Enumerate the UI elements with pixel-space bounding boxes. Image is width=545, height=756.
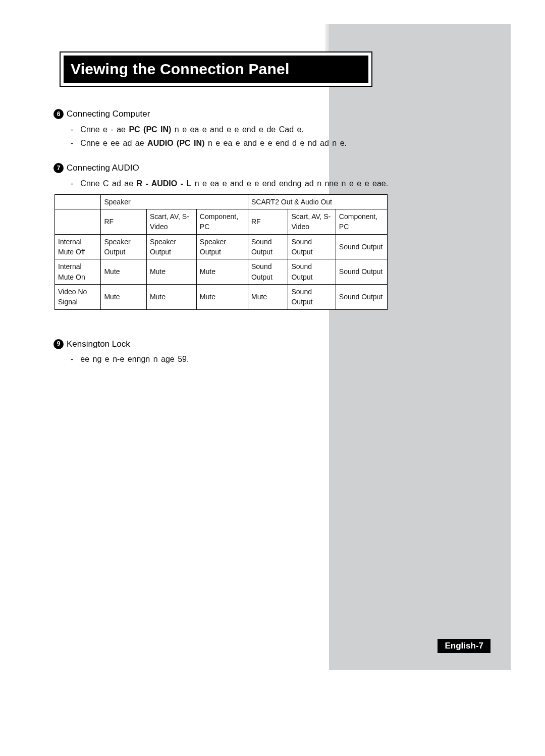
row-label: Internal Mute On: [55, 259, 101, 285]
list-text: Cnne C ad ae R - AUDIO - L n e ea e and …: [80, 178, 397, 189]
table-cell: Sound Output: [248, 259, 288, 285]
table-cell: Sound Output: [336, 284, 387, 309]
table-cell: Sound Output: [288, 234, 336, 259]
dash-icon: -: [71, 124, 73, 135]
table-header-scart2: SCART2 Out & Audio Out: [248, 194, 387, 209]
list-item: - Cnne e - ae PC (PC IN) n e ea e and e …: [71, 124, 397, 135]
table-row: Speaker SCART2 Out & Audio Out: [55, 194, 388, 209]
table-cell: [55, 209, 101, 235]
bullet-number-icon: 9: [53, 339, 64, 349]
dash-icon: -: [71, 178, 73, 189]
section-title: Connecting Computer: [67, 108, 150, 121]
page: English-7 Viewing the Connection Panel 6…: [0, 0, 545, 756]
table-cell: Sound Output: [248, 234, 288, 259]
dash-list: - Cnne e - ae PC (PC IN) n e ea e and e …: [53, 124, 397, 149]
table-cell: RF: [101, 209, 146, 235]
section-title: Connecting AUDIO: [67, 162, 139, 175]
table-cell: Sound Output: [288, 259, 336, 285]
bullet-number-icon: 6: [53, 109, 64, 119]
dash-list: - ee ng e n-e enngn n age 59.: [53, 353, 397, 365]
list-text: Cnne e - ae PC (PC IN) n e ea e and e e …: [80, 124, 397, 135]
table-cell: Speaker Output: [146, 234, 196, 259]
table-row: Internal Mute On Mute Mute Mute Sound Ou…: [55, 259, 388, 285]
row-label: Video No Signal: [55, 284, 101, 309]
page-title: Viewing the Connection Panel: [64, 56, 368, 83]
table-cell: Mute: [101, 259, 146, 285]
list-text: Cnne e ee ad ae AUDIO (PC IN) n e ea e a…: [80, 137, 397, 149]
table-cell: Speaker Output: [101, 234, 146, 259]
content-column: 6 Connecting Computer - Cnne e - ae PC (…: [53, 106, 397, 378]
dash-icon: -: [71, 353, 73, 365]
table-cell: Sound Output: [336, 259, 387, 285]
table-cell: Mute: [196, 259, 248, 285]
table-row: Video No Signal Mute Mute Mute Mute Soun…: [55, 284, 388, 309]
table-cell: Component, PC: [336, 209, 387, 235]
table-cell: Mute: [248, 284, 288, 309]
dash-icon: -: [71, 137, 73, 149]
section-9: 9 Kensington Lock - ee ng e n-e enngn n …: [53, 338, 397, 365]
table-cell: RF: [248, 209, 288, 235]
table-cell: [55, 194, 101, 209]
table-cell: Sound Output: [288, 284, 336, 309]
audio-output-table: Speaker SCART2 Out & Audio Out RF Scart,…: [54, 194, 388, 310]
list-item: - ee ng e n-e enngn n age 59.: [71, 353, 397, 365]
section-7: 7 Connecting AUDIO - Cnne C ad ae R - AU…: [53, 162, 397, 310]
table-cell: Mute: [146, 284, 196, 309]
table-row: RF Scart, AV, S-Video Component, PC RF S…: [55, 209, 388, 235]
table-cell: Scart, AV, S-Video: [146, 209, 196, 235]
list-item: - Cnne C ad ae R - AUDIO - L n e ea e an…: [71, 178, 397, 189]
list-item: - Cnne e ee ad ae AUDIO (PC IN) n e ea e…: [71, 137, 397, 149]
table-cell: Component, PC: [196, 209, 248, 235]
section-title: Kensington Lock: [67, 338, 130, 351]
dash-list: - Cnne C ad ae R - AUDIO - L n e ea e an…: [53, 178, 397, 189]
table-row: Internal Mute Off Speaker Output Speaker…: [55, 234, 388, 259]
title-frame: Viewing the Connection Panel: [60, 51, 372, 87]
table-cell: Sound Output: [336, 234, 387, 259]
table-cell: Speaker Output: [196, 234, 248, 259]
section-head: 6 Connecting Computer: [53, 108, 397, 121]
table-cell: Mute: [196, 284, 248, 309]
table-header-speaker: Speaker: [101, 194, 248, 209]
section-head: 7 Connecting AUDIO: [53, 162, 397, 175]
row-label: Internal Mute Off: [55, 234, 101, 259]
section-6: 6 Connecting Computer - Cnne e - ae PC (…: [53, 108, 397, 149]
table-cell: Mute: [146, 259, 196, 285]
page-number: English-7: [438, 639, 490, 653]
section-head: 9 Kensington Lock: [53, 338, 397, 351]
table-cell: Scart, AV, S-Video: [288, 209, 336, 235]
table-cell: Mute: [101, 284, 146, 309]
list-text: ee ng e n-e enngn n age 59.: [80, 353, 397, 365]
bullet-number-icon: 7: [53, 163, 64, 173]
